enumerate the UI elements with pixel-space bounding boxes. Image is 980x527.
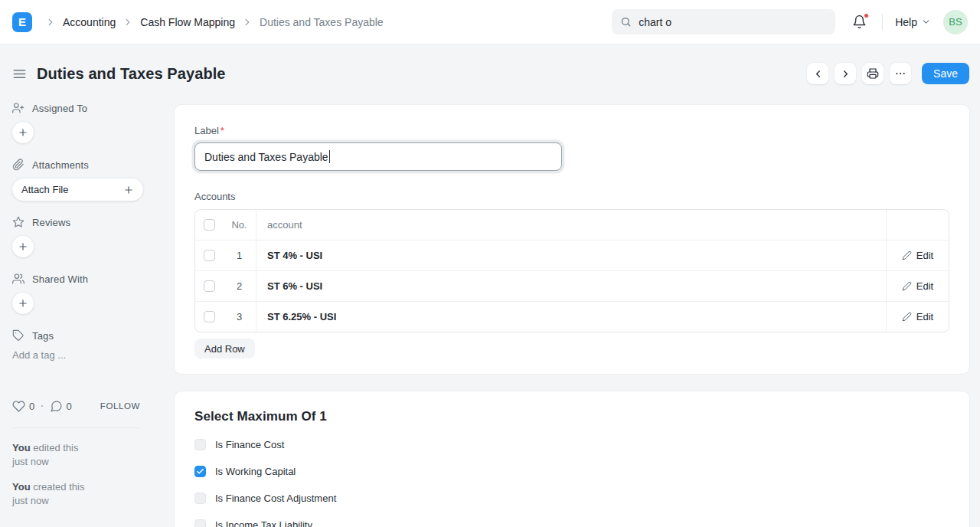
attach-file-button[interactable]: Attach File xyxy=(12,178,143,201)
page-title: Duties and Taxes Payable xyxy=(37,65,226,83)
edit-label: Edit xyxy=(916,250,933,261)
navbar-divider xyxy=(882,14,883,31)
checkbox-label: Is Finance Cost Adjustment xyxy=(215,493,336,504)
section-title: Select Maximum Of 1 xyxy=(194,409,949,424)
printer-icon xyxy=(867,67,879,80)
add-share-button[interactable] xyxy=(12,293,34,314)
checkbox-label: Is Finance Cost xyxy=(215,439,284,450)
is-finance-cost-adjustment-checkbox[interactable] xyxy=(194,493,206,504)
accounts-grid: No. account 1 ST 4% - USI Edit xyxy=(194,209,949,332)
activity-action: created this xyxy=(33,481,84,493)
edit-row-button[interactable]: Edit xyxy=(886,271,949,301)
dot-separator: · xyxy=(40,399,44,413)
label-input[interactable]: Duties and Taxes Payable xyxy=(194,142,562,171)
reviews-section: Reviews xyxy=(12,216,140,257)
assigned-to-label: Assigned To xyxy=(32,103,87,114)
search-value: chart o xyxy=(639,16,671,28)
column-header-edit xyxy=(886,210,949,240)
header-actions: Save xyxy=(807,63,969,84)
sidebar-toggle-icon[interactable] xyxy=(12,67,27,81)
chevron-right-icon xyxy=(242,17,253,28)
edit-label: Edit xyxy=(916,311,933,322)
account-cell[interactable]: ST 4% - USI xyxy=(256,241,886,270)
follow-button[interactable]: FOLLOW xyxy=(100,401,140,411)
likes-count: 0 xyxy=(29,401,34,412)
checkbox-row-is-finance-cost: Is Finance Cost xyxy=(194,439,949,450)
breadcrumb-accounting[interactable]: Accounting xyxy=(63,16,116,28)
edit-row-button[interactable]: Edit xyxy=(886,241,949,270)
row-checkbox[interactable] xyxy=(204,311,215,322)
pencil-icon xyxy=(902,281,912,291)
table-row: 3 ST 6.25% - USI Edit xyxy=(195,301,949,332)
user-plus-icon xyxy=(12,102,24,114)
attachments-section: Attachments Attach File xyxy=(12,159,140,201)
account-cell[interactable]: ST 6% - USI xyxy=(256,271,886,301)
global-search-input[interactable]: chart o xyxy=(612,9,835,34)
page-header: Duties and Taxes Payable Save xyxy=(0,44,980,93)
table-row: 2 ST 6% - USI Edit xyxy=(195,270,949,301)
pencil-icon xyxy=(902,312,912,322)
form-body: Label* Duties and Taxes Payable Accounts… xyxy=(174,93,980,527)
edit-label: Edit xyxy=(916,280,933,292)
accounts-table-label: Accounts xyxy=(194,191,949,202)
breadcrumb-cash-flow-mapping[interactable]: Cash Flow Mapping xyxy=(140,16,235,28)
next-document-button[interactable] xyxy=(835,63,856,84)
navbar: E Accounting Cash Flow Mapping Duties an… xyxy=(0,0,980,44)
label-input-value: Duties and Taxes Payable xyxy=(204,151,328,163)
paperclip-icon xyxy=(12,159,24,171)
label-field-label: Label xyxy=(194,125,219,136)
ellipsis-icon xyxy=(894,67,906,80)
navbar-right: Help BS xyxy=(851,10,968,34)
checkbox-row-is-working-capital: Is Working Capital xyxy=(194,466,949,477)
select-all-checkbox[interactable] xyxy=(204,219,215,231)
add-review-button[interactable] xyxy=(12,236,34,257)
activity-actor: You xyxy=(12,442,31,453)
star-icon xyxy=(12,216,24,228)
assigned-to-section: Assigned To xyxy=(12,102,140,143)
chevron-right-icon xyxy=(122,17,133,28)
is-income-tax-liability-checkbox[interactable] xyxy=(194,519,206,527)
previous-document-button[interactable] xyxy=(807,63,828,84)
users-icon xyxy=(12,273,24,285)
more-options-button[interactable] xyxy=(890,63,911,84)
checkbox-label: Is Income Tax Liability xyxy=(215,519,312,527)
chevron-down-icon xyxy=(921,17,931,27)
tag-icon xyxy=(12,329,24,342)
heart-icon[interactable] xyxy=(12,400,25,413)
row-checkbox[interactable] xyxy=(204,250,215,261)
comment-icon[interactable] xyxy=(50,400,63,413)
add-assignment-button[interactable] xyxy=(12,122,34,143)
shared-with-section: Shared With xyxy=(12,273,140,314)
add-row-button[interactable]: Add Row xyxy=(194,339,255,358)
save-button[interactable]: Save xyxy=(922,63,969,84)
avatar[interactable]: BS xyxy=(943,10,968,34)
table-row: 1 ST 4% - USI Edit xyxy=(195,240,949,270)
is-working-capital-checkbox[interactable] xyxy=(194,466,206,477)
row-number: 3 xyxy=(223,302,256,332)
notification-dot xyxy=(864,13,869,18)
tags-label: Tags xyxy=(32,330,54,342)
edit-row-button[interactable]: Edit xyxy=(886,302,949,332)
is-finance-cost-checkbox[interactable] xyxy=(194,439,206,450)
form-section-main: Label* Duties and Taxes Payable Accounts… xyxy=(174,104,970,375)
breadcrumb-current: Duties and Taxes Payable xyxy=(260,16,384,28)
content: Assigned To Attachments Attach File xyxy=(0,93,980,527)
help-menu[interactable]: Help xyxy=(895,16,931,28)
app-logo[interactable]: E xyxy=(12,12,32,32)
search-icon xyxy=(620,16,632,28)
account-cell[interactable]: ST 6.25% - USI xyxy=(256,302,886,332)
print-button[interactable] xyxy=(862,63,884,84)
pencil-icon xyxy=(902,250,912,260)
row-checkbox[interactable] xyxy=(204,280,215,292)
check-icon xyxy=(196,467,204,476)
add-tag-input[interactable]: Add a tag ... xyxy=(12,349,140,361)
form-section-select-maximum: Select Maximum Of 1 Is Finance Cost Is W… xyxy=(174,391,970,527)
activity-time: just now xyxy=(12,495,49,506)
notifications-button[interactable] xyxy=(851,13,868,31)
plus-icon xyxy=(18,127,28,138)
shared-with-label: Shared With xyxy=(32,273,88,285)
row-number: 2 xyxy=(223,271,256,301)
text-caret xyxy=(329,150,331,163)
checkbox-label: Is Working Capital xyxy=(215,466,296,477)
help-label: Help xyxy=(895,16,917,28)
